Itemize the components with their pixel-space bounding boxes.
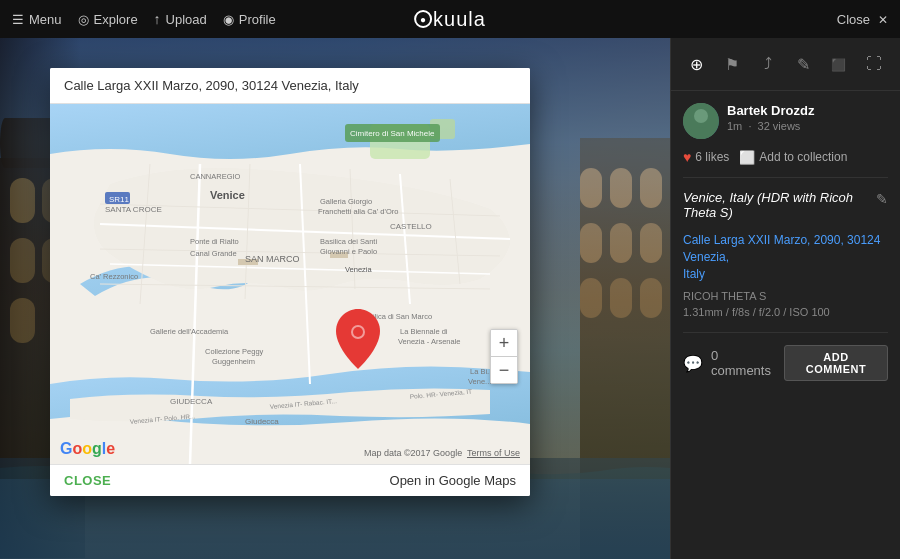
tab-location[interactable] [681,48,713,80]
menu-button[interactable]: Menu [12,12,62,27]
tab-edit[interactable] [787,48,819,80]
upload-button[interactable]: Upload [154,11,207,27]
explore-button[interactable]: Explore [78,12,138,27]
map-address-bar: Calle Larga XXII Marzo, 2090, 30124 Vene… [50,68,530,104]
tab-share[interactable] [752,48,784,80]
svg-rect-5 [10,298,35,343]
svg-text:Venezia - Arsenale: Venezia - Arsenale [398,337,461,346]
nav-left: Menu Explore Upload Profile [12,11,276,27]
close-label: Close [837,12,870,27]
avatar-image [683,103,719,139]
map-modal: Calle Larga XXII Marzo, 2090, 30124 Vene… [50,68,530,496]
svg-rect-12 [580,223,602,263]
photo-title: Venice, Italy (HDR with Ricoh Theta S) [683,190,876,220]
user-row: Bartek Drozdz 1m · 32 views [683,103,888,139]
right-panel: Bartek Drozdz 1m · 32 views ♥ 6 likes ⬜ … [670,38,900,559]
map-address: Calle Larga XXII Marzo, 2090, 30124 Vene… [64,78,359,93]
logo-text: kuula [433,8,486,31]
svg-point-68 [353,327,363,337]
svg-text:Collezione Peggy: Collezione Peggy [205,347,264,356]
user-name[interactable]: Bartek Drozdz [727,103,814,118]
panorama-background: Calle Larga XXII Marzo, 2090, 30124 Vene… [0,38,670,559]
vr-icon [831,55,846,73]
compass-icon [690,55,703,74]
view-count: 32 views [758,120,801,132]
svg-rect-14 [640,223,662,263]
panel-body: Bartek Drozdz 1m · 32 views ♥ 6 likes ⬜ … [671,91,900,559]
camera-settings: 1.31mm / f/8s / f/2.0 / ISO 100 [683,306,888,318]
map-data-text: Map data ©2017 Google Terms of Use [364,448,520,458]
explore-label: Explore [94,12,138,27]
upload-icon [154,11,161,27]
likes-count: 6 likes [695,150,729,164]
add-comment-button[interactable]: ADD COMMENT [784,345,888,381]
post-time: 1m [727,120,742,132]
svg-text:Ponte di Rialto: Ponte di Rialto [190,237,239,246]
svg-point-70 [694,109,708,123]
svg-text:Gallerie dell'Accademia: Gallerie dell'Accademia [150,327,229,336]
map-svg: Venice SANTA CROCE SAN MARCO CASTELLO Ca… [50,104,530,464]
close-button[interactable]: Close [837,12,888,27]
svg-text:CANNAREGIO: CANNAREGIO [190,172,241,181]
svg-text:Basilica dei Santi: Basilica dei Santi [320,237,377,246]
svg-text:Ca' Rezzonico: Ca' Rezzonico [90,272,138,281]
menu-icon [12,12,24,27]
map-close-button[interactable]: CLOSE [64,473,111,488]
bookmark-icon: ⬜ [739,150,755,165]
map-container[interactable]: Venice SANTA CROCE SAN MARCO CASTELLO Ca… [50,104,530,464]
svg-rect-10 [610,168,632,208]
divider-2 [683,332,888,333]
tab-flag[interactable] [716,48,748,80]
comment-icon: 💬 [683,354,703,373]
avatar[interactable] [683,103,719,139]
add-to-collection-button[interactable]: ⬜ Add to collection [739,150,847,165]
svg-rect-16 [610,278,632,318]
comments-section: 💬 0 comments ADD COMMENT [683,345,888,381]
panel-tabs [671,38,900,91]
nav-logo[interactable]: ● kuula [414,8,486,31]
comments-count: 0 comments [711,348,776,378]
svg-text:SAN MARCO: SAN MARCO [245,254,300,264]
svg-rect-17 [640,278,662,318]
svg-text:Giudecca: Giudecca [245,417,279,426]
map-footer: CLOSE Open in Google Maps [50,464,530,496]
profile-icon [223,12,234,27]
open-google-maps-link[interactable]: Open in Google Maps [390,473,516,488]
expand-icon [866,55,882,73]
flag-icon [725,55,739,74]
pencil-icon [797,55,810,74]
top-navigation: Menu Explore Upload Profile ● kuula Clos… [0,0,900,38]
svg-text:SANTA CROCE: SANTA CROCE [105,205,162,214]
svg-rect-9 [580,168,602,208]
main-area: Calle Larga XXII Marzo, 2090, 30124 Vene… [0,38,900,559]
menu-label: Menu [29,12,62,27]
svg-text:SR11: SR11 [109,195,130,204]
svg-text:Franchetti alla Ca' d'Oro: Franchetti alla Ca' d'Oro [318,207,398,216]
svg-text:La Biennale di: La Biennale di [400,327,448,336]
comments-row: 💬 0 comments ADD COMMENT [683,345,888,381]
tab-fullscreen[interactable] [858,48,890,80]
svg-rect-13 [610,223,632,263]
zoom-out-button[interactable]: − [491,357,517,383]
svg-text:Guggenheim: Guggenheim [212,357,255,366]
google-logo: Google [60,440,115,458]
divider-1 [683,177,888,178]
svg-text:GIUDECCA: GIUDECCA [170,397,213,406]
collection-label: Add to collection [759,150,847,164]
photo-location[interactable]: Calle Larga XXII Marzo, 2090, 30124 Vene… [683,232,888,282]
explore-icon [78,12,89,27]
edit-title-icon[interactable] [876,190,888,208]
heart-icon: ♥ [683,149,691,165]
zoom-in-button[interactable]: + [491,330,517,356]
logo-circle: ● [414,10,432,28]
tab-vr[interactable] [823,48,855,80]
svg-text:Giovanni e Paolo: Giovanni e Paolo [320,247,377,256]
profile-button[interactable]: Profile [223,12,276,27]
actions-row: ♥ 6 likes ⬜ Add to collection [683,149,888,165]
like-button[interactable]: ♥ 6 likes [683,149,729,165]
svg-text:Venezia: Venezia [345,265,373,274]
close-icon [878,12,888,27]
camera-model: RICOH THETA S [683,290,888,302]
svg-rect-11 [640,168,662,208]
svg-text:Venice: Venice [210,189,245,201]
